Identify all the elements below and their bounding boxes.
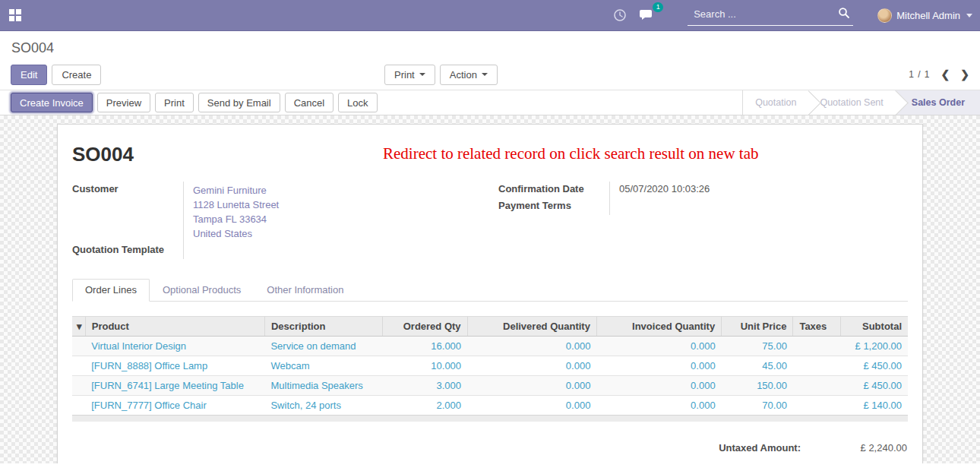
tab-other-information[interactable]: Other Information <box>254 279 356 302</box>
cell-subtotal[interactable]: £ 450.00 <box>841 376 908 396</box>
cell-unit-price[interactable]: 150.00 <box>722 376 793 396</box>
cell-product[interactable]: [FURN_8888] Office Lamp <box>85 356 264 376</box>
cell-delivered-quantity[interactable]: 0.000 <box>467 337 596 356</box>
cell-delivered-quantity[interactable]: 0.000 <box>467 356 596 376</box>
cell-unit-price[interactable]: 70.00 <box>722 396 793 416</box>
order-lines-table: ▾ProductDescriptionOrdered QtyDelivered … <box>72 316 908 415</box>
column-header-description[interactable]: Description <box>264 317 382 337</box>
confirmation-date-label: Confirmation Date <box>498 182 609 198</box>
messages-count-badge: 1 <box>653 2 663 12</box>
cell-description[interactable]: Service on demand <box>264 337 382 356</box>
tab-optional-products[interactable]: Optional Products <box>150 279 254 302</box>
row-handle-cell <box>72 337 85 356</box>
activities-clock-icon[interactable] <box>612 7 628 24</box>
pager-value: 1 / 1 <box>909 69 930 80</box>
cell-subtotal[interactable]: £ 450.00 <box>841 356 908 376</box>
cell-subtotal[interactable]: £ 1,200.00 <box>841 337 908 356</box>
customer-label: Customer <box>72 182 183 242</box>
untaxed-amount-value: £ 2,240.00 <box>801 442 907 454</box>
table-row[interactable]: [FURN_6741] Large Meeting TableMultimedi… <box>72 376 908 396</box>
edit-button[interactable]: Edit <box>11 65 47 85</box>
order-lines-header: ▾ProductDescriptionOrdered QtyDelivered … <box>72 317 908 337</box>
customer-address-line[interactable]: United States <box>193 226 482 241</box>
pager-previous-button[interactable]: ❮ <box>941 68 950 81</box>
cell-product[interactable]: [FURN_6741] Large Meeting Table <box>85 376 264 396</box>
send-by-email-button[interactable]: Send by Email <box>198 93 280 112</box>
apps-menu-icon[interactable] <box>9 9 21 21</box>
cell-unit-price[interactable]: 45.00 <box>722 356 793 376</box>
cell-taxes[interactable] <box>793 337 841 356</box>
cell-invoiced-quantity[interactable]: 0.000 <box>596 396 721 416</box>
left-field-group: Customer Gemini Furniture1128 Lunetta St… <box>72 182 482 259</box>
cell-subtotal[interactable]: £ 140.00 <box>841 396 908 416</box>
action-menu-label: Action <box>450 69 477 81</box>
chevron-down-icon <box>482 73 488 76</box>
column-header-taxes[interactable]: Taxes <box>793 317 841 337</box>
cell-delivered-quantity[interactable]: 0.000 <box>467 396 596 416</box>
quotation-template-value[interactable] <box>183 242 482 259</box>
search-input[interactable] <box>688 5 853 26</box>
column-toggle-caret-icon[interactable]: ▾ <box>72 317 85 337</box>
confirmation-date-value: 05/07/2020 10:03:26 <box>609 182 908 198</box>
payment-terms-value[interactable] <box>609 198 908 215</box>
cell-ordered-qty[interactable]: 2.000 <box>383 396 468 416</box>
cell-description[interactable]: Switch, 24 ports <box>264 396 382 416</box>
column-header-product[interactable]: Product <box>85 317 264 337</box>
customer-address-line[interactable]: 1128 Lunetta Street <box>193 198 482 212</box>
cell-unit-price[interactable]: 75.00 <box>722 337 793 356</box>
quotation-template-label: Quotation Template <box>72 242 183 259</box>
table-row[interactable]: [FURN_8888] Office LampWebcam10.0000.000… <box>72 356 908 376</box>
user-menu[interactable]: Mitchell Admin <box>877 8 972 23</box>
statusbar-states: QuotationQuotation SentSales Order <box>742 90 980 115</box>
cell-delivered-quantity[interactable]: 0.000 <box>467 376 596 396</box>
preview-button[interactable]: Preview <box>97 93 150 112</box>
customer-address-line[interactable]: Gemini Furniture <box>193 183 482 198</box>
totals-section: Untaxed Amount: £ 2,240.00 <box>72 442 908 454</box>
chevron-down-icon <box>966 14 972 17</box>
top-navbar: 1 Mitchell Admin <box>0 0 980 31</box>
statusbar: Create InvoicePreviewPrintSend by EmailC… <box>0 90 980 115</box>
customer-value: Gemini Furniture1128 Lunetta StreetTampa… <box>183 182 482 242</box>
table-row[interactable]: Virtual Interior DesignService on demand… <box>72 337 908 356</box>
print-button[interactable]: Print <box>155 93 194 112</box>
column-header-subtotal[interactable]: Subtotal <box>841 317 908 337</box>
pager-next-button[interactable]: ❯ <box>960 68 969 81</box>
statusbar-buttons: Create InvoicePreviewPrintSend by EmailC… <box>11 93 378 112</box>
table-footer-strip <box>72 415 908 422</box>
cell-description[interactable]: Multimedia Speakers <box>264 376 382 396</box>
cell-invoiced-quantity[interactable]: 0.000 <box>596 337 721 356</box>
form-view-background: SO004 Redirect to related record on clic… <box>0 115 980 463</box>
chevron-down-icon <box>419 73 425 76</box>
cell-invoiced-quantity[interactable]: 0.000 <box>596 376 721 396</box>
column-header-delivered-quantity[interactable]: Delivered Quantity <box>467 317 596 337</box>
action-menu-button[interactable]: Action <box>440 65 498 85</box>
column-header-invoiced-quantity[interactable]: Invoiced Quantity <box>596 317 721 337</box>
order-lines-body: Virtual Interior DesignService on demand… <box>72 337 908 416</box>
cell-taxes[interactable] <box>793 356 841 376</box>
control-panel: SO004 Edit Create Print Action 1 / 1 ❮ ❯ <box>0 31 980 90</box>
customer-address-line[interactable]: Tampa FL 33634 <box>193 212 482 226</box>
cell-ordered-qty[interactable]: 10.000 <box>383 356 468 376</box>
column-header-ordered-qty[interactable]: Ordered Qty <box>383 317 468 337</box>
print-menu-button[interactable]: Print <box>384 65 435 85</box>
search-icon[interactable] <box>838 7 850 21</box>
cell-ordered-qty[interactable]: 3.000 <box>383 376 468 396</box>
cell-product[interactable]: [FURN_7777] Office Chair <box>85 396 264 416</box>
user-avatar <box>877 8 892 23</box>
row-handle-cell <box>72 396 85 416</box>
table-row[interactable]: [FURN_7777] Office ChairSwitch, 24 ports… <box>72 396 908 416</box>
untaxed-amount-label: Untaxed Amount: <box>719 442 801 454</box>
cell-product[interactable]: Virtual Interior Design <box>85 337 264 356</box>
cell-taxes[interactable] <box>793 396 841 416</box>
cell-taxes[interactable] <box>793 376 841 396</box>
create-invoice-button[interactable]: Create Invoice <box>11 93 93 112</box>
tab-order-lines[interactable]: Order Lines <box>72 279 150 302</box>
column-header-unit-price[interactable]: Unit Price <box>722 317 793 337</box>
cancel-button[interactable]: Cancel <box>285 93 334 112</box>
lock-button[interactable]: Lock <box>338 93 377 112</box>
cell-ordered-qty[interactable]: 16.000 <box>383 337 468 356</box>
cell-description[interactable]: Webcam <box>264 356 382 376</box>
row-handle-cell <box>72 356 85 376</box>
create-button[interactable]: Create <box>52 65 101 85</box>
cell-invoiced-quantity[interactable]: 0.000 <box>596 356 721 376</box>
